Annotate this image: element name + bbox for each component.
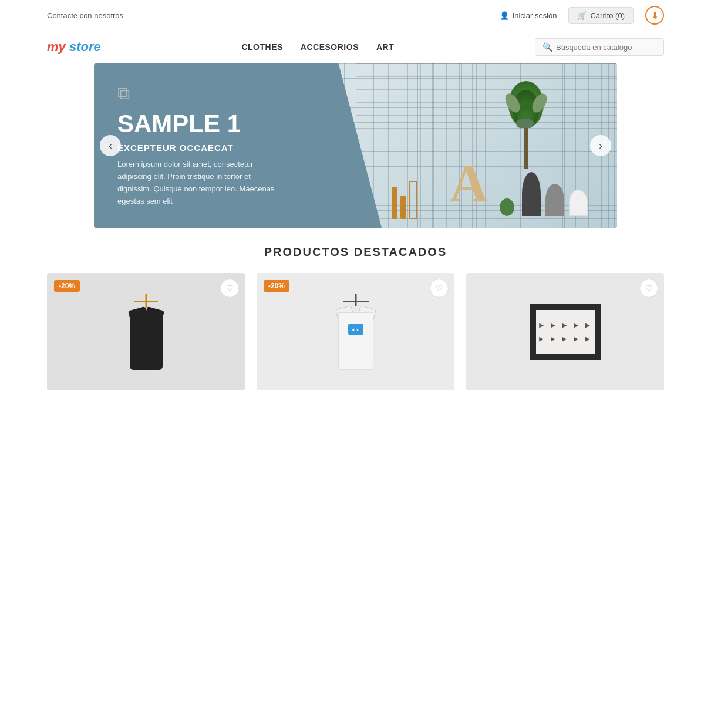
- wishlist-button-1[interactable]: ♡: [220, 279, 239, 298]
- login-label: Iniciar sesión: [513, 11, 557, 20]
- products-title: PRODUCTOS DESTACADOS: [47, 245, 664, 259]
- product-card-2: abc -20% ♡: [257, 273, 454, 390]
- top-bar-actions: 👤 Iniciar sesión 🛒 Carrito (0) ⬇: [500, 6, 664, 25]
- cart-icon: 🛒: [577, 11, 587, 20]
- download-button[interactable]: ⬇: [645, 6, 664, 25]
- logo-store: store: [69, 39, 101, 55]
- nav-bar: my store CLOTHES ACCESORIOS ART 🔍: [0, 31, 711, 63]
- nav-link-accesorios[interactable]: ACCESORIOS: [301, 42, 359, 52]
- product-card-1: -20% ♡: [47, 273, 245, 390]
- top-bar: Contacte con nosotros 👤 Iniciar sesión 🛒…: [0, 0, 711, 31]
- hero-title: SAMPLE 1: [117, 110, 346, 138]
- carousel-next-button[interactable]: ›: [590, 135, 611, 156]
- cart-label: Carrito (0): [590, 11, 625, 20]
- hero-subtitle: EXCEPTEUR OCCAECAT: [117, 143, 346, 153]
- logo[interactable]: my store: [47, 39, 101, 55]
- products-grid: -20% ♡ abc -20% ♡: [47, 273, 664, 390]
- search-icon: 🔍: [542, 42, 552, 52]
- chevron-right-icon: ›: [599, 140, 602, 152]
- deco-candles: [392, 181, 417, 219]
- nav-link-clothes[interactable]: CLOTHES: [241, 42, 282, 52]
- chevron-left-icon: ‹: [109, 140, 112, 152]
- wishlist-button-2[interactable]: ♡: [430, 279, 449, 298]
- hero-banner: A: [94, 63, 617, 228]
- download-icon: ⬇: [651, 10, 659, 21]
- login-link[interactable]: 👤 Iniciar sesión: [500, 11, 557, 20]
- deco-plant: [506, 75, 547, 169]
- deco-cactus: [500, 198, 514, 216]
- hero-left-content: ⧉ SAMPLE 1 EXCEPTEUR OCCAECAT Lorem ipsu…: [94, 63, 382, 228]
- deco-cylinders: [522, 172, 588, 216]
- logo-my: my: [47, 39, 66, 55]
- search-input[interactable]: [556, 43, 656, 52]
- carousel-prev-button[interactable]: ‹: [100, 135, 121, 156]
- hero-icon: ⧉: [117, 83, 346, 104]
- deco-letter-a: A: [450, 157, 488, 210]
- product-badge-1: -20%: [54, 280, 80, 292]
- search-bar: 🔍: [535, 38, 664, 56]
- product-badge-2: -20%: [264, 280, 289, 292]
- nav-link-art[interactable]: ART: [376, 42, 394, 52]
- user-icon: 👤: [500, 11, 509, 20]
- product-image-3: ▶ ▶ ▶ ▶ ▶▶ ▶ ▶ ▶ ▶: [466, 273, 664, 390]
- nav-links: CLOTHES ACCESORIOS ART: [241, 42, 394, 52]
- product-card-3: ▶ ▶ ▶ ▶ ▶▶ ▶ ▶ ▶ ▶ ♡: [466, 273, 664, 390]
- hero-description: Lorem ipsum dolor sit amet, consectetur …: [117, 159, 282, 207]
- cart-button[interactable]: 🛒 Carrito (0): [568, 7, 634, 24]
- wishlist-button-3[interactable]: ♡: [639, 279, 658, 298]
- products-section: PRODUCTOS DESTACADOS -20% ♡: [0, 228, 711, 408]
- contact-text: Contacte con nosotros: [47, 11, 123, 20]
